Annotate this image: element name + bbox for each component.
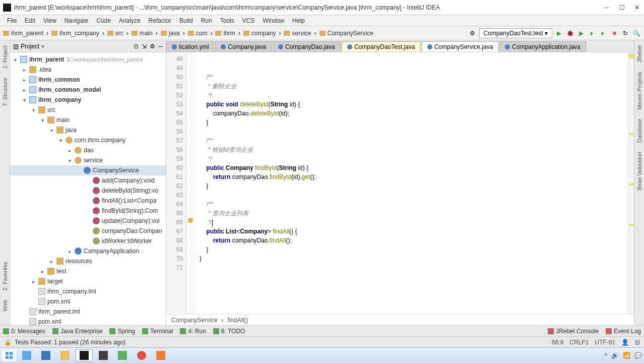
stop-button[interactable]: ■ (610, 29, 619, 38)
code-line[interactable]: /** (200, 200, 628, 209)
menu-run[interactable]: Run (197, 16, 216, 25)
code-editor[interactable]: 4849505152535455565758596061626364656667… (166, 52, 634, 314)
run-button[interactable]: ▶ (554, 29, 563, 38)
search-icon[interactable]: 🔍 (632, 29, 641, 38)
code-line[interactable]: public Company findById(String id) { (200, 163, 628, 172)
expand-arrow-icon[interactable]: ▸ (21, 87, 27, 93)
tree-item[interactable]: pom.xml (10, 296, 166, 307)
build-icon[interactable]: ⚙ (468, 29, 477, 38)
maximize-button[interactable]: ☐ (618, 4, 626, 12)
tool-window-tab[interactable]: Java Enterprise (52, 328, 102, 335)
code-line[interactable]: * 根据id查询企业 (200, 145, 628, 154)
attach-button[interactable]: ⏵ (599, 29, 608, 38)
menu-tools[interactable]: Tools (216, 16, 238, 25)
code-line[interactable]: public void deleteById(String id) { (200, 100, 628, 109)
breadcrumb-item[interactable]: java (158, 29, 183, 38)
line-separator[interactable]: CRLF‡ (569, 339, 589, 346)
expand-arrow-icon[interactable]: ▾ (21, 97, 27, 103)
caret-position[interactable]: 66:8 (552, 339, 563, 346)
code-line[interactable]: return companyDao.findAll(); (200, 236, 628, 245)
tree-item[interactable]: ▾com.ihrm.company (10, 135, 166, 145)
tool-window-tab[interactable]: 0: Messages (3, 328, 45, 335)
debug-button[interactable]: 🐞 (565, 29, 574, 38)
inspector-icon[interactable]: 👤 (621, 339, 629, 346)
breadcrumb-item[interactable]: ihrm (212, 29, 238, 38)
menu-analyze[interactable]: Analyze (115, 16, 145, 25)
menu-vcs[interactable]: VCS (238, 16, 259, 25)
breadcrumb-item[interactable]: main (128, 29, 156, 38)
tree-item[interactable]: ▾service (10, 155, 166, 165)
code-line[interactable]: * 删除企业 (200, 82, 628, 91)
breadcrumb-item[interactable]: service (281, 29, 314, 38)
update-button[interactable]: ↻ (621, 29, 630, 38)
breadcrumb-item[interactable]: CompanyService (316, 29, 376, 38)
expand-arrow-icon[interactable]: ▸ (21, 77, 27, 83)
breadcrumb-item[interactable]: com (185, 29, 211, 38)
tree-item[interactable]: ▸ihrm_common (10, 75, 166, 85)
editor-tab[interactable]: CompanyDaoTest.java (342, 41, 421, 52)
taskbar-app-intellij[interactable] (76, 349, 93, 361)
code-line[interactable]: companyDao.deleteById(id); (200, 109, 628, 118)
expand-arrow-icon[interactable]: ▸ (21, 67, 27, 73)
code-line[interactable]: } (200, 182, 628, 191)
tree-item[interactable]: ▾ihrm_company (10, 95, 166, 105)
warning-marker-icon[interactable] (629, 184, 634, 186)
dropdown-icon[interactable]: ▾ (41, 43, 44, 50)
taskbar-app[interactable] (18, 349, 35, 361)
expand-arrow-icon[interactable]: ▸ (39, 269, 45, 274)
menu-code[interactable]: Code (92, 16, 115, 25)
project-tree[interactable]: ▾ ihrm_parent E:\workspace\hrm\ihrm_pare… (10, 52, 166, 325)
code-line[interactable] (200, 191, 628, 200)
expand-arrow-icon[interactable]: ▸ (67, 249, 73, 254)
code-content[interactable]: /** * 删除企业 */ public void deleteById(Str… (195, 52, 628, 314)
taskbar-app-explorer[interactable] (56, 349, 74, 361)
menu-refactor[interactable]: Refactor (145, 16, 175, 25)
start-button[interactable] (2, 350, 16, 361)
tool-window-tab[interactable]: Event Log (606, 328, 641, 335)
error-stripe[interactable] (628, 52, 634, 314)
lock-icon[interactable]: 🔒 (4, 339, 12, 346)
menu-help[interactable]: Help (288, 16, 309, 25)
code-line[interactable]: } (200, 118, 628, 127)
tree-item[interactable]: ▸dao (10, 145, 166, 155)
tree-item[interactable]: ▸CompanyApplication (10, 246, 166, 256)
tree-item[interactable]: ▾java (10, 125, 166, 135)
menu-build[interactable]: Build (175, 16, 197, 25)
tree-item[interactable]: update(Company):voi (10, 216, 166, 226)
warning-marker-icon[interactable] (629, 133, 634, 135)
expand-arrow-icon[interactable]: ▾ (57, 138, 63, 143)
taskbar-app-chrome[interactable] (133, 349, 150, 361)
tree-item[interactable]: findById(String):Com (10, 206, 166, 216)
intention-bulb-icon[interactable] (188, 218, 193, 223)
warning-marker-icon[interactable] (629, 224, 634, 226)
tree-item[interactable]: idWorker:IdWorker (10, 236, 166, 246)
bean-validation-tool-tab[interactable]: Bean Validation (636, 152, 642, 190)
collapse-icon[interactable]: ⊙ (134, 43, 139, 50)
minimize-button[interactable]: ─ (603, 4, 611, 12)
taskbar-app[interactable] (114, 349, 131, 361)
run-configuration-selector[interactable]: CompanyDaoTest.test ▾ (479, 28, 552, 38)
code-line[interactable]: /** (200, 73, 628, 82)
tree-item[interactable]: add(Company):void (10, 175, 166, 186)
code-line[interactable]: */ (200, 218, 628, 227)
web-tool-tab[interactable]: Web (2, 300, 8, 311)
settings-icon[interactable]: ⚙ (150, 43, 155, 50)
code-line[interactable]: return companyDao.findById(id).get(); (200, 172, 628, 182)
menu-view[interactable]: View (39, 16, 60, 25)
breadcrumb-item[interactable]: src (104, 29, 126, 38)
editor-tab[interactable]: CompanyService.java (422, 41, 499, 52)
code-line[interactable]: */ (200, 91, 628, 100)
tree-item[interactable]: ▸test (10, 266, 166, 276)
code-line[interactable] (200, 127, 628, 136)
menu-navigate[interactable]: Navigate (60, 16, 92, 25)
editor-tab[interactable]: CompanyApplication.java (499, 41, 586, 52)
network-icon[interactable]: 📶 (623, 352, 630, 359)
project-tool-tab[interactable]: 1: Project (2, 45, 8, 69)
tree-item[interactable]: ▸target (10, 276, 166, 286)
code-line[interactable]: } (200, 254, 628, 263)
tree-item[interactable]: ▾src (10, 105, 166, 115)
system-tray[interactable]: ^ 🔊 📶 💬 (604, 352, 642, 359)
expand-arrow-icon[interactable]: ▾ (48, 128, 54, 133)
maven-tool-tab[interactable]: Maven Projects (636, 72, 642, 110)
structure-tool-tab[interactable]: 7: Structure (2, 78, 8, 106)
